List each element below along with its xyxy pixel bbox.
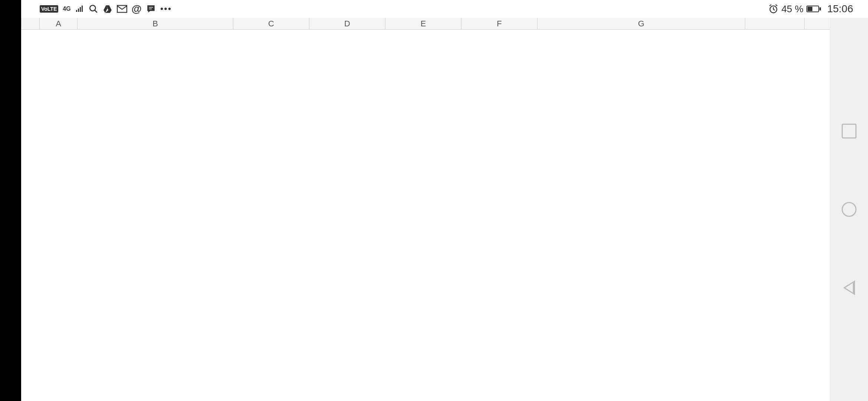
home-button[interactable] — [842, 202, 857, 217]
search-icon[interactable] — [89, 4, 98, 14]
svg-line-8 — [769, 4, 771, 6]
signal-icon — [75, 5, 84, 13]
svg-rect-11 — [808, 7, 812, 11]
col-header-g[interactable]: G — [537, 18, 745, 29]
back-button[interactable] — [843, 280, 855, 295]
spreadsheet-view[interactable]: A B C D E F G — [21, 18, 830, 401]
svg-point-0 — [90, 5, 95, 11]
clock-time: 15:06 — [827, 3, 853, 15]
svg-line-9 — [775, 4, 777, 6]
col-header-extra[interactable] — [745, 18, 805, 29]
column-headers: A B C D E F G — [21, 18, 830, 30]
battery-icon — [806, 5, 821, 13]
drive-icon[interactable] — [103, 4, 112, 13]
col-header-c[interactable]: C — [233, 18, 309, 29]
svg-line-7 — [773, 9, 775, 10]
col-header-a[interactable]: A — [40, 18, 78, 29]
col-header-b[interactable]: B — [78, 18, 233, 29]
alarm-icon — [768, 4, 779, 14]
android-nav-bar — [830, 18, 868, 401]
volte-icon: VoLTE — [40, 5, 58, 13]
chat-icon[interactable] — [146, 4, 156, 14]
battery-percent: 45 % — [782, 3, 803, 15]
col-header-f[interactable]: F — [461, 18, 537, 29]
svg-line-1 — [95, 10, 97, 13]
status-bar: VoLTE 4G @ ••• 45 % 15:06 — [21, 0, 868, 18]
network-4g-icon: 4G — [63, 6, 70, 12]
svg-rect-12 — [819, 7, 821, 10]
corner-cell[interactable] — [21, 18, 40, 29]
more-icon[interactable]: ••• — [160, 4, 172, 14]
col-header-e[interactable]: E — [385, 18, 461, 29]
col-header-d[interactable]: D — [309, 18, 385, 29]
recent-apps-button[interactable] — [842, 124, 857, 138]
mail-icon[interactable] — [117, 5, 127, 13]
camera-cutout-stripe — [0, 0, 21, 401]
at-icon[interactable]: @ — [132, 3, 142, 15]
